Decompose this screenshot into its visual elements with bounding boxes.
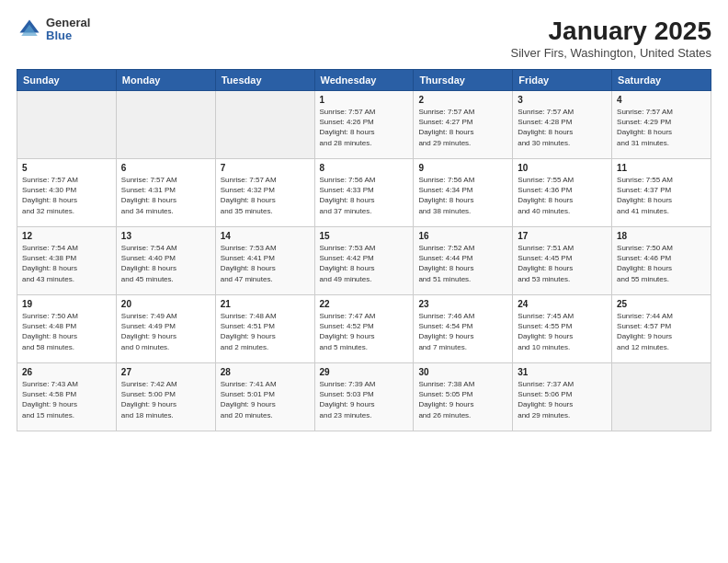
day-info: Sunrise: 7:57 AM Sunset: 4:30 PM Dayligh… (22, 175, 111, 216)
day-info: Sunrise: 7:41 AM Sunset: 5:01 PM Dayligh… (221, 379, 310, 420)
table-row: 26Sunrise: 7:43 AM Sunset: 4:58 PM Dayli… (17, 363, 117, 431)
day-info: Sunrise: 7:57 AM Sunset: 4:26 PM Dayligh… (320, 107, 409, 148)
day-number: 10 (518, 163, 607, 173)
day-info: Sunrise: 7:47 AM Sunset: 4:52 PM Dayligh… (320, 311, 409, 352)
col-monday: Monday (116, 70, 215, 91)
calendar-week-row: 5Sunrise: 7:57 AM Sunset: 4:30 PM Daylig… (17, 159, 711, 227)
day-number: 16 (418, 231, 507, 241)
table-row: 23Sunrise: 7:46 AM Sunset: 4:54 PM Dayli… (414, 295, 513, 363)
logo-blue: Blue (46, 29, 90, 42)
day-number: 26 (22, 367, 111, 377)
col-tuesday: Tuesday (215, 70, 314, 91)
day-info: Sunrise: 7:51 AM Sunset: 4:45 PM Dayligh… (518, 243, 607, 284)
table-row: 12Sunrise: 7:54 AM Sunset: 4:38 PM Dayli… (17, 227, 117, 295)
calendar-week-row: 19Sunrise: 7:50 AM Sunset: 4:48 PM Dayli… (17, 295, 711, 363)
table-row (612, 363, 711, 431)
day-number: 30 (418, 367, 507, 377)
day-info: Sunrise: 7:55 AM Sunset: 4:37 PM Dayligh… (617, 175, 706, 216)
table-row: 1Sunrise: 7:57 AM Sunset: 4:26 PM Daylig… (314, 91, 414, 159)
table-row: 8Sunrise: 7:56 AM Sunset: 4:33 PM Daylig… (314, 159, 414, 227)
day-number: 27 (121, 367, 210, 377)
table-row: 28Sunrise: 7:41 AM Sunset: 5:01 PM Dayli… (215, 363, 314, 431)
calendar-page: General Blue January 2025 Silver Firs, W… (0, 0, 728, 563)
day-info: Sunrise: 7:53 AM Sunset: 4:42 PM Dayligh… (320, 243, 409, 284)
table-row: 16Sunrise: 7:52 AM Sunset: 4:44 PM Dayli… (414, 227, 513, 295)
day-number: 28 (221, 367, 310, 377)
day-number: 3 (518, 95, 607, 105)
day-number: 23 (418, 299, 507, 309)
day-info: Sunrise: 7:54 AM Sunset: 4:38 PM Dayligh… (22, 243, 111, 284)
table-row: 4Sunrise: 7:57 AM Sunset: 4:29 PM Daylig… (612, 91, 711, 159)
table-row (215, 91, 314, 159)
table-row: 20Sunrise: 7:49 AM Sunset: 4:49 PM Dayli… (116, 295, 215, 363)
logo-icon (17, 17, 42, 42)
day-info: Sunrise: 7:37 AM Sunset: 5:06 PM Dayligh… (518, 379, 607, 420)
col-saturday: Saturday (612, 70, 711, 91)
day-number: 20 (121, 299, 210, 309)
calendar-week-row: 1Sunrise: 7:57 AM Sunset: 4:26 PM Daylig… (17, 91, 711, 159)
day-number: 31 (518, 367, 607, 377)
table-row: 10Sunrise: 7:55 AM Sunset: 4:36 PM Dayli… (513, 159, 612, 227)
day-number: 13 (121, 231, 210, 241)
table-row: 31Sunrise: 7:37 AM Sunset: 5:06 PM Dayli… (513, 363, 612, 431)
table-row: 18Sunrise: 7:50 AM Sunset: 4:46 PM Dayli… (612, 227, 711, 295)
day-info: Sunrise: 7:48 AM Sunset: 4:51 PM Dayligh… (221, 311, 310, 352)
table-row: 5Sunrise: 7:57 AM Sunset: 4:30 PM Daylig… (17, 159, 117, 227)
table-row: 21Sunrise: 7:48 AM Sunset: 4:51 PM Dayli… (215, 295, 314, 363)
main-title: January 2025 (511, 17, 711, 46)
day-number: 21 (221, 299, 310, 309)
table-row: 11Sunrise: 7:55 AM Sunset: 4:37 PM Dayli… (612, 159, 711, 227)
table-row: 24Sunrise: 7:45 AM Sunset: 4:55 PM Dayli… (513, 295, 612, 363)
table-row (116, 91, 215, 159)
day-number: 7 (221, 163, 310, 173)
day-number: 14 (221, 231, 310, 241)
table-row: 25Sunrise: 7:44 AM Sunset: 4:57 PM Dayli… (612, 295, 711, 363)
day-info: Sunrise: 7:50 AM Sunset: 4:46 PM Dayligh… (617, 243, 706, 284)
day-number: 11 (617, 163, 706, 173)
table-row: 7Sunrise: 7:57 AM Sunset: 4:32 PM Daylig… (215, 159, 314, 227)
table-row: 17Sunrise: 7:51 AM Sunset: 4:45 PM Dayli… (513, 227, 612, 295)
day-number: 29 (320, 367, 409, 377)
table-row: 29Sunrise: 7:39 AM Sunset: 5:03 PM Dayli… (314, 363, 414, 431)
day-info: Sunrise: 7:44 AM Sunset: 4:57 PM Dayligh… (617, 311, 706, 352)
table-row: 2Sunrise: 7:57 AM Sunset: 4:27 PM Daylig… (414, 91, 513, 159)
day-number: 22 (320, 299, 409, 309)
table-row: 27Sunrise: 7:42 AM Sunset: 5:00 PM Dayli… (116, 363, 215, 431)
calendar-week-row: 12Sunrise: 7:54 AM Sunset: 4:38 PM Dayli… (17, 227, 711, 295)
table-row: 14Sunrise: 7:53 AM Sunset: 4:41 PM Dayli… (215, 227, 314, 295)
logo-text: General Blue (46, 17, 90, 43)
day-info: Sunrise: 7:53 AM Sunset: 4:41 PM Dayligh… (221, 243, 310, 284)
day-info: Sunrise: 7:57 AM Sunset: 4:32 PM Dayligh… (221, 175, 310, 216)
day-number: 19 (22, 299, 111, 309)
table-row (17, 91, 117, 159)
day-number: 25 (617, 299, 706, 309)
day-info: Sunrise: 7:55 AM Sunset: 4:36 PM Dayligh… (518, 175, 607, 216)
table-row: 22Sunrise: 7:47 AM Sunset: 4:52 PM Dayli… (314, 295, 414, 363)
day-number: 5 (22, 163, 111, 173)
col-friday: Friday (513, 70, 612, 91)
day-number: 8 (320, 163, 409, 173)
day-info: Sunrise: 7:54 AM Sunset: 4:40 PM Dayligh… (121, 243, 210, 284)
page-header: General Blue January 2025 Silver Firs, W… (17, 17, 711, 60)
logo: General Blue (17, 17, 90, 43)
subtitle: Silver Firs, Washington, United States (511, 46, 711, 60)
title-block: January 2025 Silver Firs, Washington, Un… (511, 17, 711, 60)
day-number: 17 (518, 231, 607, 241)
day-info: Sunrise: 7:56 AM Sunset: 4:34 PM Dayligh… (418, 175, 507, 216)
table-row: 3Sunrise: 7:57 AM Sunset: 4:28 PM Daylig… (513, 91, 612, 159)
calendar-header-row: Sunday Monday Tuesday Wednesday Thursday… (17, 70, 711, 91)
day-number: 6 (121, 163, 210, 173)
table-row: 13Sunrise: 7:54 AM Sunset: 4:40 PM Dayli… (116, 227, 215, 295)
day-info: Sunrise: 7:45 AM Sunset: 4:55 PM Dayligh… (518, 311, 607, 352)
table-row: 30Sunrise: 7:38 AM Sunset: 5:05 PM Dayli… (414, 363, 513, 431)
day-info: Sunrise: 7:49 AM Sunset: 4:49 PM Dayligh… (121, 311, 210, 352)
col-wednesday: Wednesday (314, 70, 414, 91)
day-number: 18 (617, 231, 706, 241)
day-info: Sunrise: 7:57 AM Sunset: 4:28 PM Dayligh… (518, 107, 607, 148)
table-row: 19Sunrise: 7:50 AM Sunset: 4:48 PM Dayli… (17, 295, 117, 363)
day-info: Sunrise: 7:46 AM Sunset: 4:54 PM Dayligh… (418, 311, 507, 352)
day-info: Sunrise: 7:42 AM Sunset: 5:00 PM Dayligh… (121, 379, 210, 420)
day-number: 2 (418, 95, 507, 105)
day-info: Sunrise: 7:52 AM Sunset: 4:44 PM Dayligh… (418, 243, 507, 284)
logo-general: General (46, 17, 90, 29)
